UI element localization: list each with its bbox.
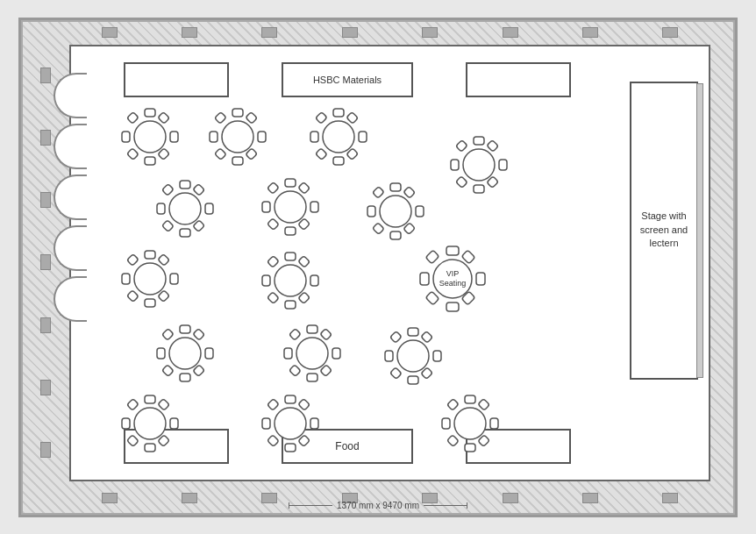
svg-rect-31 — [499, 160, 507, 170]
svg-rect-123 — [170, 418, 178, 429]
svg-rect-79 — [267, 291, 279, 303]
stage-label: Stage with screen and lectern — [631, 210, 696, 250]
svg-rect-111 — [408, 328, 418, 336]
connector-v-6 — [40, 380, 51, 395]
svg-rect-57 — [367, 206, 375, 217]
svg-rect-7 — [127, 147, 139, 159]
svg-rect-94 — [180, 374, 190, 381]
floor-plan: Stage with screen and lectern HSBC Mater… — [18, 18, 738, 517]
svg-rect-37 — [180, 181, 190, 189]
svg-rect-16 — [215, 147, 226, 159]
svg-rect-77 — [267, 255, 279, 267]
svg-rect-67 — [170, 274, 178, 284]
connector-bar-bottom-8 — [662, 493, 678, 503]
svg-rect-107 — [320, 328, 332, 339]
svg-rect-15 — [246, 111, 257, 123]
connector-v-5 — [40, 317, 51, 333]
svg-rect-42 — [193, 183, 204, 195]
connector-bar-top-3 — [261, 27, 277, 38]
svg-rect-124 — [127, 398, 139, 409]
rect-table-top-right — [466, 62, 571, 97]
svg-rect-2 — [145, 157, 155, 165]
svg-rect-22 — [359, 132, 367, 142]
bump-5 — [53, 276, 87, 322]
svg-rect-58 — [416, 206, 424, 217]
round-table-2 — [207, 106, 268, 171]
round-table-1 — [119, 106, 181, 171]
svg-point-45 — [275, 191, 306, 223]
svg-rect-33 — [487, 139, 498, 151]
svg-rect-30 — [451, 160, 459, 170]
svg-rect-112 — [408, 376, 418, 384]
connector-bar-top-8 — [662, 27, 678, 38]
bump-3 — [53, 174, 87, 220]
round-table-14 — [119, 393, 181, 458]
connector-bar-top-5 — [422, 27, 438, 38]
svg-point-9 — [222, 121, 253, 153]
svg-rect-46 — [285, 179, 296, 187]
svg-rect-74 — [285, 301, 296, 309]
connector-v-1 — [40, 68, 51, 83]
svg-rect-14 — [215, 111, 226, 123]
svg-rect-28 — [474, 137, 484, 145]
round-table-16 — [439, 393, 501, 458]
bump-4 — [53, 225, 87, 271]
connector-bar-bottom-6 — [503, 493, 518, 503]
connector-bar-top-2 — [182, 27, 197, 38]
connector-bar-bottom-1 — [102, 493, 118, 503]
svg-rect-103 — [307, 374, 317, 381]
svg-rect-99 — [162, 364, 174, 375]
round-table-5 — [154, 178, 216, 243]
svg-rect-106 — [289, 328, 301, 339]
connector-v-2 — [40, 130, 51, 146]
svg-rect-125 — [158, 398, 169, 409]
inner-room: Stage with screen and lectern HSBC Mater… — [69, 45, 710, 481]
svg-rect-73 — [285, 253, 296, 260]
connector-bar-top-7 — [582, 27, 598, 38]
round-table-vip: VIP Seating — [417, 244, 488, 317]
connector-v-7 — [40, 442, 51, 458]
round-table-7 — [365, 181, 426, 246]
round-table-9 — [260, 250, 321, 315]
svg-rect-70 — [127, 289, 139, 301]
svg-rect-113 — [385, 351, 393, 361]
svg-rect-121 — [145, 444, 155, 452]
svg-rect-65 — [145, 299, 155, 307]
hsbc-table: HSBC Materials — [282, 62, 413, 97]
svg-rect-75 — [262, 275, 270, 286]
svg-rect-66 — [122, 274, 130, 284]
svg-rect-32 — [456, 139, 467, 151]
svg-rect-59 — [373, 186, 384, 197]
hsbc-label: HSBC Materials — [313, 75, 382, 85]
svg-rect-19 — [333, 109, 344, 117]
svg-rect-47 — [285, 227, 296, 235]
svg-rect-104 — [284, 348, 292, 359]
svg-rect-95 — [157, 348, 165, 359]
svg-rect-23 — [316, 111, 327, 123]
svg-text:Seating: Seating — [439, 279, 467, 288]
connector-bar-top-6 — [503, 27, 518, 38]
svg-rect-68 — [127, 253, 139, 265]
connector-bar-top-1 — [102, 27, 118, 38]
round-table-11 — [154, 323, 216, 388]
round-table-13 — [382, 325, 444, 390]
svg-rect-39 — [157, 203, 165, 214]
svg-rect-97 — [162, 328, 174, 339]
svg-point-110 — [397, 340, 429, 372]
svg-rect-114 — [433, 351, 441, 361]
svg-rect-49 — [310, 202, 318, 212]
svg-point-128 — [275, 408, 306, 439]
svg-rect-134 — [298, 398, 310, 409]
svg-rect-34 — [456, 175, 467, 187]
svg-rect-89 — [461, 250, 475, 264]
svg-point-18 — [323, 121, 354, 153]
svg-point-36 — [169, 193, 201, 224]
svg-rect-76 — [310, 275, 318, 286]
connector-v-3 — [40, 192, 51, 208]
dimension-text: 1370 mm x 9470 mm — [337, 501, 419, 510]
svg-rect-135 — [267, 434, 279, 445]
svg-rect-43 — [162, 219, 174, 231]
svg-rect-142 — [447, 398, 459, 409]
svg-rect-3 — [122, 132, 130, 142]
food-label: Food — [335, 440, 359, 452]
